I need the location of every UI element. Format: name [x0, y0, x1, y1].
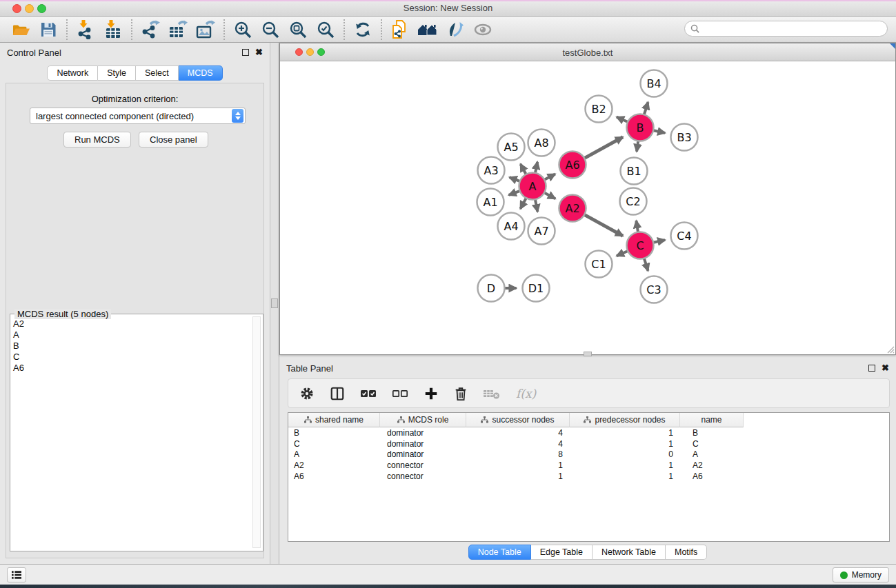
column-header-predecessor-nodes[interactable]: predecessor nodes	[570, 413, 680, 427]
table-settings-button[interactable]	[299, 386, 315, 401]
row-filler	[744, 449, 889, 460]
zoom-selected-button[interactable]	[312, 19, 339, 41]
tab-edge-table[interactable]: Edge Table	[531, 545, 593, 560]
trash-icon	[454, 386, 468, 401]
graph-edge-B-B2[interactable]	[617, 117, 628, 122]
show-all-networks-button[interactable]	[414, 19, 441, 41]
resize-grip-icon[interactable]	[885, 344, 895, 354]
h-splitter-grip[interactable]	[584, 352, 592, 356]
new-network-from-selection-button[interactable]	[386, 19, 414, 41]
function-builder-button[interactable]: f(x)	[516, 387, 536, 401]
export-image-button[interactable]	[192, 19, 219, 41]
delete-column-button[interactable]	[454, 386, 468, 401]
tab-select[interactable]: Select	[136, 65, 179, 81]
vizmapper-button[interactable]	[441, 19, 469, 41]
row-filler	[744, 460, 889, 471]
tab-node-table[interactable]: Node Table	[468, 545, 531, 560]
table-panel-header: Table Panel ✖	[279, 358, 896, 378]
zoom-out-button[interactable]	[257, 19, 284, 41]
table-toolbar: f(x)	[288, 378, 890, 408]
deselect-all-button[interactable]	[392, 387, 408, 400]
table-row[interactable]: Bdominator41B	[288, 427, 889, 438]
float-table-panel-icon[interactable]	[868, 365, 875, 372]
graph-edge-C-C4[interactable]	[654, 240, 666, 243]
import-table-button[interactable]	[99, 19, 127, 41]
mcds-result-title: MCDS result (5 nodes)	[14, 309, 111, 319]
graph-edge-C-C2[interactable]	[636, 221, 638, 232]
column-header-name[interactable]: name	[680, 413, 744, 427]
tab-style[interactable]: Style	[98, 65, 136, 81]
graph-edge-A-A7[interactable]	[535, 200, 537, 212]
node-table[interactable]: shared nameMCDS rolesuccessor nodesprede…	[288, 412, 890, 542]
tab-mcds[interactable]: MCDS	[179, 65, 223, 81]
table-row[interactable]: A2connector11A2	[288, 460, 889, 471]
column-header-shared-name[interactable]: shared name	[288, 413, 380, 427]
graph-edge-A-A6[interactable]	[545, 174, 555, 179]
graph-edge-B-B1[interactable]	[637, 141, 638, 152]
network-canvas[interactable]: B4B2BB3A5A8A6B1A3AA1C2A2A4A7C4CC1C3DD1	[281, 62, 895, 354]
table-row[interactable]: Cdominator41C	[288, 438, 889, 449]
tab-network[interactable]: Network	[47, 65, 98, 81]
graph-node-label: B1	[626, 165, 641, 178]
result-scrollbar[interactable]	[252, 316, 261, 548]
toolbar-separator	[131, 19, 132, 40]
graph-edge-A-A3[interactable]	[510, 177, 520, 181]
close-panel-icon[interactable]: ✖	[255, 49, 263, 56]
search-input[interactable]	[684, 21, 888, 37]
mcds-result-item[interactable]: A6	[13, 363, 24, 374]
eye-icon	[472, 22, 493, 37]
close-panel-button[interactable]: Close panel	[139, 132, 208, 148]
graph-edge-A-A8[interactable]	[535, 162, 537, 173]
import-network-button[interactable]	[72, 19, 99, 41]
cell-predecessor-nodes: 1	[570, 438, 680, 449]
delete-table-button[interactable]	[483, 387, 501, 400]
add-column-button[interactable]	[424, 386, 439, 401]
graph-edge-A2-C[interactable]	[585, 215, 624, 236]
export-network-button[interactable]	[137, 19, 164, 41]
refresh-view-button[interactable]	[349, 19, 377, 41]
vertical-splitter[interactable]	[270, 43, 279, 564]
graph-edge-A-A5[interactable]	[521, 164, 526, 174]
graph-edge-A-A4[interactable]	[520, 199, 526, 209]
graph-node-label: A3	[484, 164, 498, 177]
mcds-result-item[interactable]: A2	[13, 318, 24, 330]
window-titlebar: Session: New Session	[0, 0, 896, 17]
column-selector-button[interactable]	[330, 386, 345, 401]
graph-edge-C-C3[interactable]	[644, 258, 648, 271]
attribute-icon	[304, 416, 312, 423]
column-header-successor-nodes[interactable]: successor nodes	[466, 413, 570, 427]
export-table-button[interactable]	[164, 19, 192, 41]
splitter-grip[interactable]	[271, 298, 278, 308]
optimization-criterion-select[interactable]: largest connected component (directed)	[30, 108, 246, 124]
hide-selected-button[interactable]	[469, 19, 497, 41]
graph-edge-B-B3[interactable]	[654, 130, 666, 133]
open-file-button[interactable]	[7, 19, 34, 41]
task-history-button[interactable]	[7, 567, 26, 582]
window-title: Session: New Session	[0, 3, 896, 13]
select-all-button[interactable]	[360, 387, 377, 400]
graph-edge-C-C1[interactable]	[617, 251, 628, 256]
table-row[interactable]: Adominator80A	[288, 449, 889, 460]
zoom-in-button[interactable]	[229, 19, 257, 41]
refresh-icon	[354, 21, 372, 39]
column-header-MCDS-role[interactable]: MCDS role	[380, 413, 466, 427]
network-window-title: testGlobe.txt	[280, 48, 895, 58]
graph-edge-B-B4[interactable]	[644, 102, 648, 114]
zoom-fit-button[interactable]	[284, 19, 312, 41]
tab-motifs[interactable]: Motifs	[666, 545, 707, 560]
run-mcds-button[interactable]: Run MCDS	[63, 132, 131, 148]
save-floppy-icon	[40, 21, 57, 38]
mcds-result-item[interactable]: A	[13, 330, 24, 341]
table-row[interactable]: A6connector11A6	[288, 471, 889, 482]
close-table-panel-icon[interactable]: ✖	[882, 365, 889, 372]
tab-network-table[interactable]: Network Table	[593, 545, 666, 560]
save-session-button[interactable]	[34, 19, 62, 41]
mcds-result-item[interactable]: B	[13, 341, 24, 352]
graph-edge-A-A2[interactable]	[545, 193, 556, 199]
memory-button[interactable]: Memory	[833, 567, 889, 582]
graph-edge-A-A1[interactable]	[509, 191, 520, 195]
mcds-result-item[interactable]: C	[13, 352, 24, 363]
float-panel-icon[interactable]	[242, 49, 249, 56]
graph-edge-A6-B[interactable]	[585, 137, 624, 159]
search-icon	[690, 24, 699, 33]
